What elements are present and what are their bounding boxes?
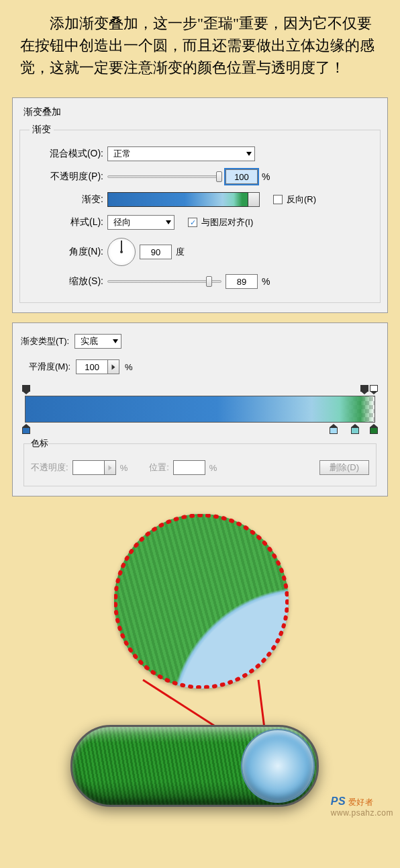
opacity-slider[interactable] — [107, 175, 221, 178]
gradient-overlay-panel: 渐变叠加 渐变 混合模式(O): 正常 不透明度(P): 100 % 渐变: — [12, 97, 388, 313]
opacity-input[interactable]: 100 — [226, 169, 258, 184]
watermark-url: www.psahz.com — [331, 808, 393, 818]
panel-title: 渐变叠加 — [19, 103, 381, 124]
watermark-logo: PS — [331, 795, 346, 807]
color-stop[interactable] — [22, 424, 30, 433]
gradient-type-select[interactable]: 实底 — [74, 334, 121, 349]
toggle-knob — [242, 730, 313, 801]
smoothness-input[interactable]: 100 — [76, 359, 108, 374]
opacity-stop-label: 不透明度: — [31, 462, 68, 474]
angle-unit: 度 — [176, 246, 185, 258]
pct-label: % — [125, 362, 133, 372]
style-select[interactable]: 径向 — [107, 215, 174, 230]
zoom-preview — [114, 514, 289, 689]
spin-button — [104, 460, 116, 475]
slider-thumb[interactable] — [216, 171, 222, 182]
style-value: 径向 — [113, 216, 131, 228]
pct-label: % — [262, 276, 270, 287]
gradient-ramp[interactable] — [25, 385, 375, 433]
delete-button: 删除(D) — [319, 460, 369, 475]
gradient-dropdown[interactable] — [248, 192, 260, 207]
pct-label: % — [262, 171, 270, 182]
angle-label: 角度(N): — [30, 246, 103, 258]
slider-thumb[interactable] — [206, 276, 212, 287]
gradient-swatch[interactable] — [107, 192, 248, 207]
gradient-type-value: 实底 — [81, 335, 98, 347]
color-stop[interactable] — [330, 424, 338, 433]
watermark: PS 爱好者 www.psahz.com — [331, 795, 393, 818]
opacity-stop[interactable] — [360, 385, 368, 394]
angle-dial[interactable] — [107, 238, 136, 266]
toggle-button-preview — [70, 725, 319, 807]
gradient-fieldset: 渐变 混合模式(O): 正常 不透明度(P): 100 % 渐变: — [19, 124, 381, 303]
chevron-down-icon — [113, 339, 118, 343]
chevron-down-icon — [166, 220, 171, 224]
blend-mode-value: 正常 — [113, 148, 131, 160]
watermark-cn: 爱好者 — [348, 797, 374, 807]
pct-label: % — [120, 463, 128, 473]
colorstop-legend: 色标 — [31, 437, 48, 449]
reverse-label: 反向(R) — [287, 193, 316, 206]
opacity-stop[interactable] — [22, 385, 30, 394]
illustration-area: PS 爱好者 www.psahz.com — [0, 510, 400, 819]
angle-input[interactable]: 90 — [140, 245, 172, 259]
align-checkbox[interactable]: ✓ — [188, 218, 197, 227]
gradient-legend: 渐变 — [30, 124, 54, 136]
color-stop[interactable] — [370, 424, 378, 433]
scale-slider[interactable] — [107, 280, 221, 283]
smoothness-label: 平滑度(M): — [21, 361, 70, 373]
scale-input[interactable]: 89 — [226, 274, 258, 289]
intro-text: 添加渐变叠加，这一步"歪瑞"重要，因为它不仅要在按钮中创造出一个圆，而且还需要做… — [0, 0, 400, 85]
spin-button[interactable] — [107, 359, 119, 374]
opacity-label: 不透明度(P): — [30, 171, 103, 183]
blend-mode-label: 混合模式(O): — [30, 148, 103, 160]
pct-label: % — [209, 463, 217, 473]
position-label: 位置: — [149, 462, 169, 474]
scale-label: 缩放(S): — [30, 275, 103, 288]
blend-mode-select[interactable]: 正常 — [107, 146, 255, 161]
opacity-stop[interactable] — [370, 385, 378, 394]
gradient-type-label: 渐变类型(T): — [21, 335, 69, 347]
position-input — [173, 460, 205, 475]
gradient-editor-panel: 渐变类型(T): 实底 平滑度(M): 100 % 色标 不透明度: — [12, 322, 388, 496]
reverse-checkbox[interactable] — [273, 195, 283, 204]
opacity-stop-input — [72, 460, 105, 475]
color-stop[interactable] — [351, 424, 359, 433]
gradient-ramp-bar[interactable] — [25, 396, 375, 423]
colorstop-fieldset: 色标 不透明度: % 位置: % 删除(D) — [23, 437, 377, 486]
gradient-label: 渐变: — [30, 193, 103, 206]
style-label: 样式(L): — [30, 216, 103, 228]
align-label: 与图层对齐(I) — [201, 216, 253, 228]
chevron-down-icon — [246, 152, 252, 156]
